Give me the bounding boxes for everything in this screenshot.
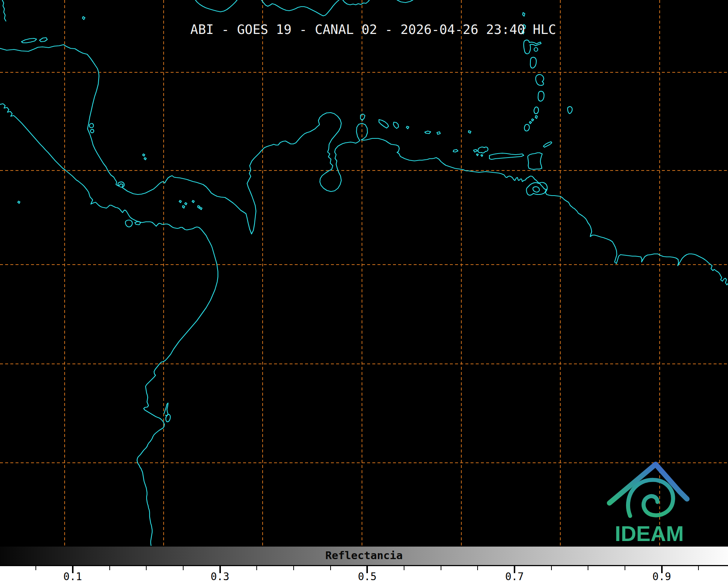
- colorbar-minor-tick: [698, 566, 699, 570]
- image-title: ABI - GOES 19 - CANAL 02 - 2026-04-26 23…: [0, 22, 728, 37]
- colorbar-minor-tick: [625, 566, 625, 570]
- colorbar-minor-tick: [330, 566, 331, 570]
- colorbar-tick-label: 0.1: [64, 571, 82, 582]
- colorbar-tick-label: 0.5: [358, 571, 377, 582]
- coastline-pacific: [0, 104, 218, 546]
- colorbar-minor-tick: [183, 566, 184, 570]
- colorbar-minor-tick: [35, 566, 36, 570]
- colorbar-label: Reflectancia: [0, 549, 728, 562]
- coastline-caribbean-mainland: [0, 45, 728, 285]
- colorbar-axis: 0.10.30.50.70.9: [0, 566, 728, 582]
- colorbar-tick-label: 0.7: [505, 571, 524, 582]
- colorbar-minor-tick: [404, 566, 404, 570]
- colorbar-tick-label: 0.3: [211, 571, 229, 582]
- colorbar-minor-tick: [256, 566, 257, 570]
- colorbar-minor-tick: [477, 566, 478, 570]
- colorbar-tick-label: 0.9: [652, 571, 671, 582]
- ideam-logo-text: IDEAM: [615, 521, 684, 545]
- ideam-logo: IDEAM: [602, 461, 698, 545]
- islands-coastlines: [2, 0, 572, 422]
- logo-hurricane-spiral-icon: [628, 480, 673, 516]
- colorbar-minor-tick: [293, 566, 294, 570]
- coastline-guayaquil-gulf: [164, 403, 168, 416]
- satellite-image-viewer: ABI - GOES 19 - CANAL 02 - 2026-04-26 23…: [0, 0, 728, 582]
- colorbar-minor-tick: [441, 566, 441, 570]
- reflectance-colorbar: Reflectancia: [0, 546, 728, 566]
- colorbar-minor-tick: [109, 566, 110, 570]
- colorbar-minor-tick: [588, 566, 588, 570]
- ideam-logo-graphic: IDEAM: [602, 461, 698, 545]
- colorbar-minor-tick: [551, 566, 552, 570]
- colorbar-minor-tick: [146, 566, 147, 570]
